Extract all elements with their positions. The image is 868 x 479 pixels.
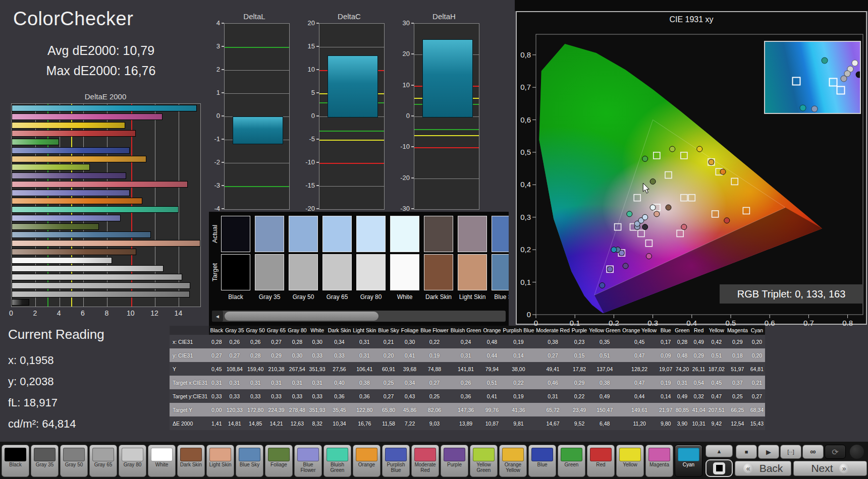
swatch-label: Gray 80 (354, 293, 388, 301)
patch-button-label: Blue Sky (236, 462, 263, 468)
scroll-left-icon[interactable]: ◄ (212, 311, 223, 322)
delta-bar (233, 116, 283, 144)
patch-button-black[interactable]: Black (2, 445, 29, 477)
cell: 0,49 (690, 335, 707, 348)
back-button[interactable]: « Back (735, 461, 791, 476)
play-button[interactable]: ▶ (758, 445, 779, 459)
cell: 0,28 (674, 335, 690, 348)
cell: 0,51 (482, 376, 502, 389)
patch-button-white[interactable]: White (148, 445, 176, 477)
patch-button-foliage[interactable]: Foliage (265, 445, 293, 477)
cell: 0,31 (352, 335, 377, 348)
cell: 0,49 (588, 389, 621, 403)
tick-mark (222, 162, 224, 163)
axis-tick-label: 4 (204, 19, 220, 27)
patch-button-purplish-blue[interactable]: Purplish Blue (382, 445, 410, 477)
patch-button-cyan[interactable]: Cyan (675, 445, 702, 477)
next-button[interactable]: Next » (793, 461, 867, 476)
patch-button-magenta[interactable]: Magenta (645, 445, 673, 477)
patch-button-label: Gray 35 (31, 462, 58, 468)
measured-marker-orange (720, 169, 726, 174)
patch-swatch-gray-65 (92, 448, 114, 461)
disabled-round-button[interactable] (850, 445, 864, 459)
patch-swatch-orange (356, 448, 377, 461)
patch-button-blue-sky[interactable]: Blue Sky (236, 445, 263, 477)
patch-button-red[interactable]: Red (587, 445, 615, 477)
cell: 122,80 (352, 403, 377, 416)
deltae-bar-foliage (12, 223, 99, 230)
patch-swatch-black (5, 448, 26, 461)
column-header-gray-65: Gray 65 (266, 326, 287, 335)
patch-button-moderate-red[interactable]: Moderate Red (411, 445, 439, 477)
patch-button-orange-yellow[interactable]: Orange Yellow (499, 445, 527, 477)
cell: 35,45 (327, 403, 352, 416)
patch-button-label: Gray 65 (90, 462, 117, 468)
cell: 0,31 (287, 376, 307, 389)
cell: 0,48 (674, 348, 690, 362)
deltae-bar-white (12, 257, 112, 264)
swatch-label: Gray 35 (253, 293, 286, 301)
cell: 0,48 (482, 335, 502, 348)
play-icon: ▶ (766, 448, 771, 456)
tick-mark (222, 23, 224, 24)
column-header-moderate-red: Moderate Red (535, 326, 571, 335)
loop-button[interactable]: ∞ (802, 445, 824, 459)
cell: 45,86 (400, 403, 419, 416)
patch-swatch-bluish-green (327, 448, 348, 461)
patch-button-blue[interactable]: Blue (528, 445, 556, 477)
axis-tick-label: 12 (150, 309, 158, 317)
axis-tick-label: 0 (394, 112, 410, 119)
patch-button-dark-skin[interactable]: Dark Skin (177, 445, 205, 477)
measurement-table: BlackGray 35Gray 50Gray 65Gray 80WhiteDa… (170, 326, 765, 430)
cell: 0,27 (535, 348, 571, 362)
cell: 0,33 (245, 389, 266, 403)
target-swatch-gray-80 (356, 254, 386, 290)
patch-button-orange[interactable]: Orange (353, 445, 381, 477)
patch-button-light-skin[interactable]: Light Skin (206, 445, 234, 477)
column-header-bluish-green: Bluish Green (450, 326, 482, 335)
column-header-light-skin: Light Skin (352, 326, 377, 335)
collapse-up-button[interactable]: ▲ (706, 445, 733, 457)
x-tick-label: 0,8 (842, 319, 853, 326)
refresh-button[interactable]: ⟳ (825, 445, 846, 459)
patch-button-yellow-green[interactable]: Yellow Green (470, 445, 498, 477)
scrollbar-thumb[interactable] (225, 312, 378, 321)
cell: 49,41 (535, 362, 571, 376)
patch-button-yellow[interactable]: Yellow (616, 445, 644, 477)
table-row-2: Y0,45108,84159,40210,38267,54351,9327,56… (170, 362, 765, 376)
column-header-foliage: Foliage (400, 326, 419, 335)
patch-button-bluish-green[interactable]: Bluish Green (323, 445, 351, 477)
cell: 0,25 (377, 376, 400, 389)
marker-button[interactable]: [··] (780, 445, 801, 459)
cell: 0,09 (658, 348, 674, 362)
tick-mark (222, 69, 224, 70)
target-swatch-dark-skin (424, 254, 453, 290)
cell: 0,33 (224, 389, 245, 403)
patch-button-green[interactable]: Green (558, 445, 585, 477)
measured-marker-yellow (697, 146, 702, 152)
stop-square-button[interactable] (706, 459, 733, 477)
tick-mark (316, 139, 319, 140)
deltae-bar-blue-sky (12, 231, 151, 238)
cell: 10,34 (327, 416, 352, 430)
cell: 0,27 (209, 348, 224, 362)
stop-button[interactable]: ■ (736, 445, 757, 459)
patch-button-gray-50[interactable]: Gray 50 (60, 445, 88, 477)
axis-tick-label: 2 (204, 66, 220, 73)
patch-button-label: Green (558, 462, 585, 468)
delta-bar (422, 39, 473, 117)
patch-button-blue-flower[interactable]: Blue Flower (294, 445, 322, 477)
patch-button-purple[interactable]: Purple (441, 445, 468, 477)
patch-button-gray-80[interactable]: Gray 80 (119, 445, 146, 477)
cell: 79,94 (482, 362, 502, 376)
patch-button-gray-35[interactable]: Gray 35 (31, 445, 59, 477)
cell: 0,30 (400, 335, 419, 348)
patch-swatch-yellow-green (473, 448, 495, 461)
swatch-scrollbar[interactable]: ◄ (212, 311, 506, 322)
patch-swatch-gray-35 (34, 448, 56, 461)
cell: 0,32 (690, 389, 707, 403)
cell: 0,33 (209, 389, 224, 403)
patch-button-gray-65[interactable]: Gray 65 (89, 445, 117, 477)
target-row-label: Target (210, 254, 219, 290)
column-header-purple: Purple (571, 326, 588, 335)
